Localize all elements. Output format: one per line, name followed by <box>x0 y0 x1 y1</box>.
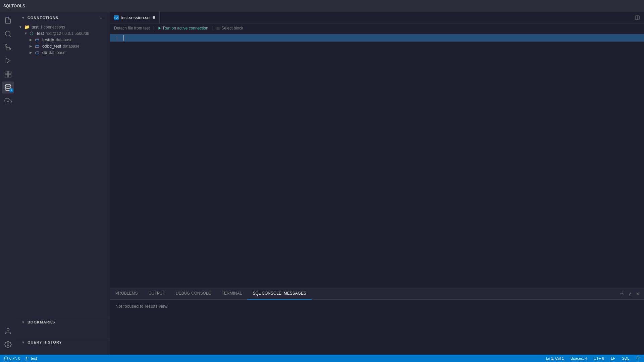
sidebar-actions: ··· <box>99 14 104 21</box>
panel-actions: ∧ ✕ <box>616 290 644 298</box>
panel-tab-debug[interactable]: DEBUG CONSOLE <box>170 288 216 300</box>
sql-console-label: SQL CONSOLE: MESSAGES <box>253 291 306 296</box>
status-encoding[interactable]: UTF-8 <box>592 356 605 360</box>
settings-icon[interactable] <box>2 339 14 351</box>
test-conn-arrow: ▼ <box>24 32 30 35</box>
extensions-icon[interactable] <box>2 68 14 80</box>
toolbar-sep2: | <box>212 25 213 31</box>
tree-item-test-folder[interactable]: ▼ 📁 test 1 connections <box>16 24 110 30</box>
status-branch-item[interactable]: test <box>24 356 38 360</box>
status-bar: 0 0 test Ln 1, Col 1 Spaces: 4 UTF-8 LF … <box>0 355 644 362</box>
test-conn-host: root@127.0.0.1:5506/db <box>46 31 89 36</box>
testdb-label: testdb <box>42 37 54 42</box>
bookmarks-section: ▼ BOOKMARKS <box>16 318 110 338</box>
query-history-header[interactable]: ▼ QUERY HISTORY <box>16 338 110 346</box>
bookmarks-header[interactable]: ▼ BOOKMARKS <box>16 318 110 326</box>
run-debug-icon[interactable] <box>2 55 14 67</box>
status-line-ending[interactable]: LF <box>609 356 616 360</box>
search-icon[interactable] <box>2 28 14 40</box>
bookmarks-arrow: ▼ <box>21 320 25 324</box>
svg-rect-9 <box>8 74 11 77</box>
output-label: OUTPUT <box>149 291 165 296</box>
activity-bar-bottom <box>2 325 14 355</box>
database-icon-testdb: 🗃 <box>35 37 41 42</box>
debug-console-label: DEBUG CONSOLE <box>176 291 211 296</box>
connections-arrow: ▼ <box>21 16 25 20</box>
editor-line-1: 1 <box>110 34 644 42</box>
panel-tab-sql-console[interactable]: SQL CONSOLE: MESSAGES <box>247 288 312 300</box>
svg-line-1 <box>9 35 11 37</box>
status-bar-right: Ln 1, Col 1 Spaces: 4 UTF-8 LF SQL <box>545 356 641 360</box>
source-control-icon[interactable] <box>2 41 14 53</box>
warning-count: 0 <box>18 356 20 360</box>
query-history-title: QUERY HISTORY <box>28 340 62 344</box>
odbc-test-arrow: ▶ <box>30 44 35 48</box>
file-encoding: UTF-8 <box>594 356 604 360</box>
connection-icon: ⬡ <box>30 31 36 36</box>
tree-item-test-conn[interactable]: ▼ ⬡ test root@127.0.0.1:5506/db <box>16 30 110 37</box>
svg-marker-16 <box>159 26 161 29</box>
svg-point-10 <box>5 84 11 86</box>
connections-tree: ▼ 📁 test 1 connections ▼ ⬡ test root@127… <box>16 24 110 318</box>
run-label: Run on active connection <box>163 26 208 31</box>
testdb-type: database <box>56 38 72 42</box>
test-folder-arrow: ▼ <box>19 25 24 29</box>
panel-collapse-icon[interactable]: ∧ <box>627 290 633 298</box>
title-bar: SQLTOOLS <box>0 0 644 12</box>
odbc-test-label: odbc_test <box>42 44 61 49</box>
panel-settings-icon[interactable] <box>619 290 626 298</box>
panel: PROBLEMS OUTPUT DEBUG CONSOLE TERMINAL S… <box>110 288 644 355</box>
status-language[interactable]: SQL <box>621 356 631 360</box>
tab-bar: SQL test.session.sql <box>110 12 644 23</box>
testdb-arrow: ▶ <box>30 38 35 42</box>
status-spaces[interactable]: Spaces: 4 <box>569 356 588 360</box>
panel-close-icon[interactable]: ✕ <box>635 290 641 298</box>
select-label: Select block <box>221 26 243 31</box>
connections-header: ▼ CONNECTIONS ··· <box>16 12 110 24</box>
error-count: 0 <box>9 356 11 360</box>
deploy-icon[interactable] <box>2 95 14 107</box>
svg-point-20 <box>622 293 623 294</box>
connections-title: CONNECTIONS <box>28 16 58 20</box>
db-label: db <box>42 50 47 55</box>
cursor-position: Ln 1, Col 1 <box>546 356 564 360</box>
status-error-item[interactable]: 0 0 <box>3 356 21 360</box>
status-position[interactable]: Ln 1, Col 1 <box>545 356 565 360</box>
database-icon-db: 🗃 <box>35 50 41 55</box>
detach-label: Detach file from test <box>114 26 150 31</box>
language-mode: SQL <box>622 356 629 360</box>
tree-item-testdb[interactable]: ▶ 🗃 testdb database <box>16 37 110 43</box>
main-layout: 1 ▼ CONNECTIONS ··· <box>0 12 644 355</box>
database-icon[interactable]: 1 <box>2 81 14 94</box>
tab-test-session[interactable]: SQL test.session.sql <box>110 12 160 23</box>
indentation: Spaces: 4 <box>571 356 587 360</box>
connections-section-header[interactable]: ▼ CONNECTIONS <box>21 16 58 20</box>
detach-file-btn[interactable]: Detach file from test <box>114 26 150 31</box>
db-badge: 1 <box>9 88 13 92</box>
problems-label: PROBLEMS <box>115 291 138 296</box>
split-editor-icon[interactable] <box>633 14 641 23</box>
toolbar-sep1: | <box>153 25 154 31</box>
panel-message: Not focused to results view <box>115 304 167 309</box>
panel-tab-problems[interactable]: PROBLEMS <box>110 288 143 300</box>
title-bar-left: SQLTOOLS <box>3 4 25 8</box>
select-block-btn[interactable]: Select block <box>216 26 243 31</box>
run-connection-btn[interactable]: Run on active connection <box>158 26 208 31</box>
line-number-1: 1 <box>110 36 123 41</box>
terminal-label: TERMINAL <box>222 291 242 296</box>
status-notifications-icon[interactable] <box>635 356 641 360</box>
account-icon[interactable] <box>2 325 14 337</box>
app-title: SQLTOOLS <box>3 4 25 8</box>
code-editor[interactable]: 1 <box>110 33 644 288</box>
tree-item-db[interactable]: ▶ 🗃 db database <box>16 49 110 56</box>
tree-item-odbc-test[interactable]: ▶ 🗃 odbc_test database <box>16 43 110 49</box>
panel-tab-output[interactable]: OUTPUT <box>143 288 170 300</box>
more-actions-icon[interactable]: ··· <box>99 14 104 21</box>
folder-icon: 📁 <box>24 24 30 29</box>
tab-bar-actions <box>631 14 644 23</box>
svg-rect-8 <box>5 74 8 77</box>
files-icon[interactable] <box>2 14 14 26</box>
svg-rect-7 <box>8 71 11 74</box>
panel-tab-terminal[interactable]: TERMINAL <box>216 288 248 300</box>
sql-file-icon: SQL <box>114 15 119 20</box>
